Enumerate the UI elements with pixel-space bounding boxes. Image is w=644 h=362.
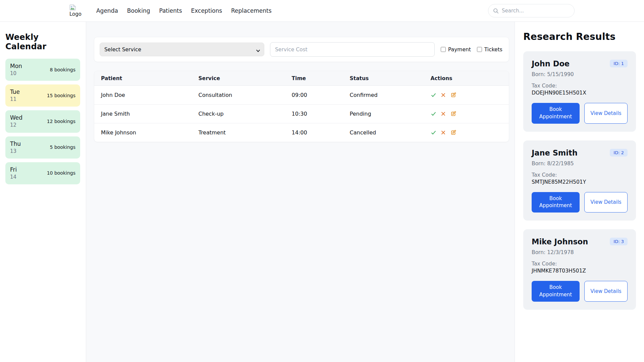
patient-born: Born: 12/3/1978: [532, 249, 628, 255]
research-results-panel: Research Results John Doe ID: 1 Born: 5/…: [515, 22, 644, 362]
cell-patient: John Doe: [94, 86, 192, 105]
column-header-service: Service: [192, 71, 285, 86]
day-card-tue[interactable]: Tue 11 15 bookings: [5, 84, 80, 107]
nav-item-exceptions[interactable]: Exceptions: [191, 7, 222, 14]
table-row: Jane Smith Check-up 10:30 Pending: [94, 105, 509, 123]
main-content: Select Service Payment Tickets: [86, 22, 515, 362]
logo-alt-text: Logo: [69, 12, 82, 17]
confirm-icon[interactable]: [431, 92, 436, 98]
column-header-patient: Patient: [94, 71, 192, 86]
app-logo[interactable]: Logo: [69, 4, 82, 17]
top-navbar: Logo Agenda Booking Patients Exceptions …: [0, 0, 644, 22]
patient-card-john-doe: John Doe ID: 1 Born: 5/15/1990 Tax Code:…: [523, 51, 636, 132]
search-icon: [493, 8, 499, 14]
patient-card-mike-johnson: Mike Johnson ID: 3 Born: 12/3/1978 Tax C…: [523, 229, 636, 310]
day-date: 14: [10, 174, 17, 180]
cell-service: Check-up: [192, 105, 285, 123]
edit-icon[interactable]: [450, 129, 457, 136]
cell-patient: Mike Johnson: [94, 123, 192, 142]
global-search[interactable]: [488, 4, 575, 17]
confirm-icon[interactable]: [431, 130, 436, 135]
search-input[interactable]: [502, 8, 570, 14]
day-card-mon[interactable]: Mon 10 8 bookings: [5, 59, 80, 81]
view-details-button[interactable]: View Details: [584, 192, 628, 213]
payment-checkbox[interactable]: [441, 47, 446, 52]
appointments-table-card: Patient Service Time Status Actions John…: [94, 71, 509, 142]
tax-code-value: DOEJHN90E15H501X: [532, 90, 628, 96]
tickets-checkbox-label: Tickets: [484, 47, 502, 53]
cell-status: Pending: [343, 105, 424, 123]
patient-card-jane-smith: Jane Smith ID: 2 Born: 8/22/1985 Tax Cod…: [523, 140, 636, 221]
day-bookings-count: 10 bookings: [47, 170, 75, 176]
confirm-icon[interactable]: [431, 111, 436, 117]
book-appointment-button[interactable]: Book Appointment: [532, 192, 580, 213]
day-date: 11: [10, 96, 20, 103]
day-name: Mon: [10, 62, 22, 70]
service-select[interactable]: Select Service: [100, 43, 264, 56]
cell-time: 10:30: [285, 105, 343, 123]
nav-item-booking[interactable]: Booking: [127, 7, 150, 14]
service-cost-input[interactable]: [270, 42, 435, 57]
day-date: 12: [10, 122, 22, 128]
nav-item-patients[interactable]: Patients: [159, 7, 182, 14]
day-date: 13: [10, 148, 21, 155]
appointments-table: Patient Service Time Status Actions John…: [94, 71, 509, 142]
day-card-fri[interactable]: Fri 14 10 bookings: [5, 162, 80, 184]
column-header-time: Time: [285, 71, 343, 86]
day-bookings-count: 8 bookings: [50, 67, 75, 72]
table-header-row: Patient Service Time Status Actions: [94, 71, 509, 86]
sidebar-title: Weekly Calendar: [5, 33, 80, 51]
tickets-checkbox[interactable]: [477, 47, 482, 52]
column-header-actions: Actions: [424, 71, 509, 86]
table-row: Mike Johnson Treatment 14:00 Cancelled: [94, 123, 509, 142]
booking-filter-bar: Select Service Payment Tickets: [94, 37, 509, 62]
broken-image-icon: [69, 4, 76, 12]
book-appointment-button[interactable]: Book Appointment: [532, 103, 580, 124]
day-bookings-count: 15 bookings: [47, 93, 75, 98]
patient-id-badge: ID: 3: [610, 238, 628, 245]
tax-code-label: Tax Code:: [532, 172, 628, 178]
tax-code-label: Tax Code:: [532, 83, 628, 89]
day-name: Fri: [10, 166, 17, 174]
patient-born: Born: 8/22/1985: [532, 161, 628, 167]
view-details-button[interactable]: View Details: [584, 103, 628, 124]
book-appointment-button[interactable]: Book Appointment: [532, 281, 580, 302]
patient-name: John Doe: [532, 59, 570, 68]
cell-status: Cancelled: [343, 123, 424, 142]
view-details-button[interactable]: View Details: [584, 281, 628, 302]
table-row: John Doe Consultation 09:00 Confirmed: [94, 86, 509, 105]
patient-id-badge: ID: 1: [610, 60, 628, 67]
cell-time: 14:00: [285, 123, 343, 142]
day-date: 10: [10, 70, 22, 77]
edit-icon[interactable]: [450, 111, 457, 117]
day-name: Tue: [10, 88, 20, 96]
main-navigation: Agenda Booking Patients Exceptions Repla…: [96, 7, 488, 14]
cell-time: 09:00: [285, 86, 343, 105]
nav-item-replacements[interactable]: Replacements: [231, 7, 272, 14]
tickets-checkbox-group[interactable]: Tickets: [477, 47, 502, 53]
cell-status: Confirmed: [343, 86, 424, 105]
patient-name: Mike Johnson: [532, 237, 588, 246]
patient-born: Born: 5/15/1990: [532, 71, 628, 77]
day-bookings-count: 12 bookings: [47, 119, 75, 124]
cell-service: Treatment: [192, 123, 285, 142]
day-name: Wed: [10, 114, 22, 122]
cancel-icon[interactable]: [441, 93, 446, 98]
cell-patient: Jane Smith: [94, 105, 192, 123]
nav-item-agenda[interactable]: Agenda: [96, 7, 118, 14]
cancel-icon[interactable]: [441, 130, 446, 135]
patient-name: Jane Smith: [532, 148, 578, 157]
tax-code-label: Tax Code:: [532, 261, 628, 267]
cell-service: Consultation: [192, 86, 285, 105]
payment-checkbox-group[interactable]: Payment: [441, 47, 471, 53]
tax-code-value: SMTJNE85M22H501Y: [532, 179, 628, 185]
day-card-thu[interactable]: Thu 13 5 bookings: [5, 136, 80, 159]
day-card-wed[interactable]: Wed 12 12 bookings: [5, 110, 80, 132]
weekly-calendar-sidebar: Weekly Calendar Mon 10 8 bookings Tue 11…: [0, 22, 86, 362]
research-results-title: Research Results: [523, 31, 636, 42]
day-bookings-count: 5 bookings: [50, 144, 75, 150]
edit-icon[interactable]: [450, 92, 457, 98]
tax-code-value: JHNMKE78T03H501Z: [532, 268, 628, 274]
patient-id-badge: ID: 2: [610, 149, 628, 157]
cancel-icon[interactable]: [441, 111, 446, 116]
